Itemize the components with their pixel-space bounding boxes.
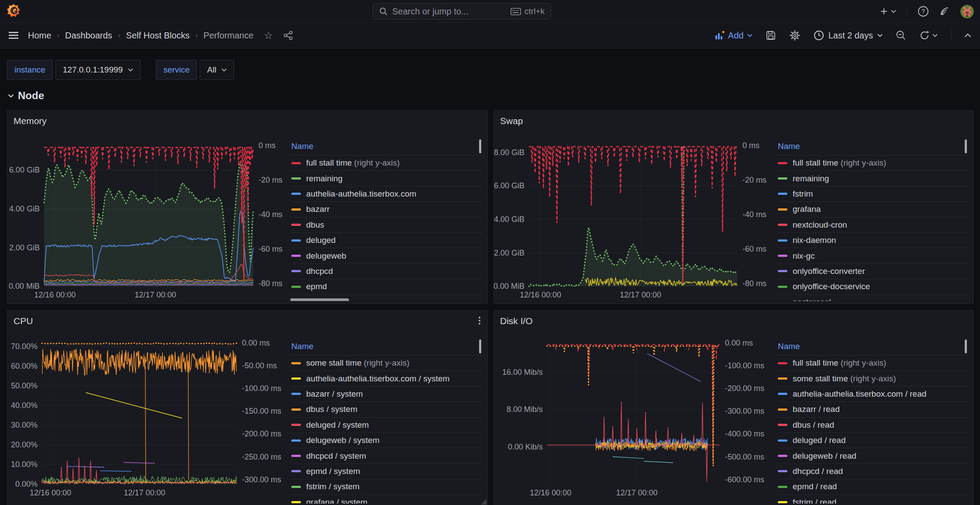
dashboard-settings-button[interactable] <box>789 30 801 41</box>
legend-item[interactable]: delugeweb <box>290 248 483 263</box>
svg-text:0.00 Kib/s: 0.00 Kib/s <box>508 443 543 451</box>
breadcrumb-item[interactable]: Dashboards <box>65 31 112 41</box>
legend-item[interactable]: delugeweb / system <box>290 433 483 448</box>
legend-vertical-scrollbar[interactable] <box>965 339 967 353</box>
breadcrumb-separator: › <box>118 31 121 40</box>
legend-vertical-scrollbar[interactable] <box>965 139 967 153</box>
series-label: fstrim / system <box>306 482 359 491</box>
legend-item[interactable]: dbus / read <box>777 418 969 433</box>
help-button[interactable]: ? <box>918 6 929 17</box>
collapse-toolbar-button[interactable] <box>964 33 971 38</box>
legend-item[interactable]: epmd / read <box>777 479 969 495</box>
user-avatar[interactable] <box>960 5 974 18</box>
search-input[interactable]: Search or jump to... ctrl+k <box>373 3 551 20</box>
legend-item[interactable]: onlyoffice-converter <box>777 264 969 279</box>
legend-item[interactable]: grafana <box>777 202 969 217</box>
legend-item[interactable]: bazarr / system <box>290 387 483 402</box>
variable-value-dropdown[interactable]: 127.0.0.1:19999 <box>55 60 141 80</box>
legend-item[interactable]: authelia-authelia.tiserbox.com / read <box>777 387 969 402</box>
news-button[interactable] <box>939 6 950 17</box>
legend-item[interactable]: dhcpcd <box>290 264 483 279</box>
variable-value-dropdown[interactable]: All <box>200 60 234 80</box>
legend-horizontal-scrollbar[interactable] <box>290 298 349 301</box>
topnav-actions: ? <box>880 0 974 23</box>
breadcrumb-item[interactable]: Home <box>28 31 51 41</box>
save-dashboard-button[interactable] <box>766 30 776 41</box>
legend-item[interactable]: nix-daemon <box>777 233 969 248</box>
series-label: deluged / read <box>793 436 846 445</box>
legend-item[interactable]: fstrim / read <box>777 495 969 504</box>
legend-item[interactable]: epmd / system <box>290 464 483 479</box>
legend-item[interactable]: full stall time (right y-axis) <box>777 156 969 171</box>
legend-item[interactable]: delugeweb / read <box>777 448 969 463</box>
panel-swap: Swap 8.00 GiB6.00 GiB4.00 GiB2.00 GiB0.0… <box>493 110 973 304</box>
series-color-swatch <box>291 224 301 226</box>
legend-item[interactable]: nix-gc <box>777 248 969 263</box>
legend-item[interactable]: epmd <box>290 279 483 294</box>
legend-item[interactable]: grafana / system <box>290 495 483 504</box>
legend-name-header[interactable]: Name <box>777 339 969 356</box>
legend-item[interactable]: full stall time (right y-axis) <box>290 156 483 171</box>
legend-item[interactable]: deluged / system <box>290 418 483 433</box>
legend-item[interactable]: postgresql <box>777 295 969 301</box>
row-title: Node <box>18 90 44 102</box>
svg-text:0 ms: 0 ms <box>742 141 759 150</box>
legend-item[interactable]: nextcloud-cron <box>777 218 969 233</box>
svg-text:-100.00 ms: -100.00 ms <box>725 361 764 370</box>
legend-item[interactable]: fstrim <box>777 187 969 202</box>
legend-item[interactable]: authelia-authelia.tiserbox.com / system <box>290 371 483 386</box>
panel-resize-handle[interactable] <box>481 499 487 505</box>
variable-label[interactable]: service <box>156 60 197 80</box>
series-cyan-seg-1 <box>613 457 644 458</box>
legend-item[interactable]: dhcpcd / system <box>290 448 483 463</box>
legend-name-header[interactable]: Name <box>290 339 483 356</box>
favorite-button[interactable]: ☆ <box>264 30 273 42</box>
svg-text:-20 ms: -20 ms <box>742 176 766 184</box>
zoom-out-button[interactable] <box>896 30 906 41</box>
legend-item[interactable]: bazarr / read <box>777 402 969 417</box>
grafana-logo-icon[interactable] <box>6 3 21 19</box>
series-magenta-seg <box>124 463 155 463</box>
legend-item[interactable]: deluged / read <box>777 433 969 448</box>
legend-item[interactable]: some stall time (right y-axis) <box>290 356 483 371</box>
legend-item[interactable]: deluged <box>290 233 483 248</box>
legend-item[interactable]: dbus / system <box>290 402 483 417</box>
series-color-swatch <box>291 162 301 164</box>
add-panel-button[interactable]: Add <box>715 31 752 41</box>
series-color-swatch <box>778 393 787 395</box>
legend-item[interactable]: remaining <box>777 171 969 186</box>
refresh-button[interactable] <box>919 30 938 41</box>
new-menu-button[interactable] <box>880 7 896 16</box>
svg-text:0.00 MiB: 0.00 MiB <box>9 282 40 291</box>
legend-item[interactable]: remaining <box>290 171 483 186</box>
share-button[interactable] <box>283 31 293 40</box>
legend-vertical-scrollbar[interactable] <box>479 139 481 153</box>
svg-text:12/17 00:00: 12/17 00:00 <box>616 488 658 497</box>
legend-item[interactable]: authelia-authelia.tiserbox.com <box>290 187 483 202</box>
svg-text:0.00%: 0.00% <box>15 480 38 488</box>
legend-item[interactable]: some stall time (right y-axis) <box>777 371 969 386</box>
breadcrumb-item[interactable]: Self Host Blocks <box>126 31 190 41</box>
legend-item[interactable]: dhcpcd / read <box>777 464 969 479</box>
mega-menu-button[interactable] <box>9 32 18 39</box>
breadcrumb-actions: ☆ <box>264 30 293 42</box>
legend-name-header[interactable]: Name <box>290 138 483 156</box>
legend-item[interactable]: bazarr <box>290 202 483 217</box>
series-label: epmd / read <box>793 482 837 491</box>
legend-item[interactable]: fstrim / system <box>290 479 483 495</box>
legend-item[interactable]: dbus <box>290 218 483 233</box>
row-node-toggle[interactable]: Node <box>8 90 44 102</box>
legend-item[interactable]: onlyoffice-docservice <box>777 279 969 294</box>
series-label: bazarr / system <box>306 389 363 399</box>
legend-item[interactable]: full stall time (right y-axis) <box>777 356 969 371</box>
series-color-swatch <box>778 470 787 472</box>
time-range-picker[interactable]: Last 2 days <box>814 30 883 41</box>
variable-label[interactable]: instance <box>7 60 53 80</box>
legend-name-header[interactable]: Name <box>777 138 969 156</box>
svg-text:-20 ms: -20 ms <box>259 176 283 184</box>
series-color-swatch <box>778 377 787 380</box>
series-color-swatch <box>778 455 787 457</box>
series-label-suffix: (right y-axis) <box>848 374 896 383</box>
legend-vertical-scrollbar[interactable] <box>479 339 481 353</box>
divider <box>951 30 951 41</box>
